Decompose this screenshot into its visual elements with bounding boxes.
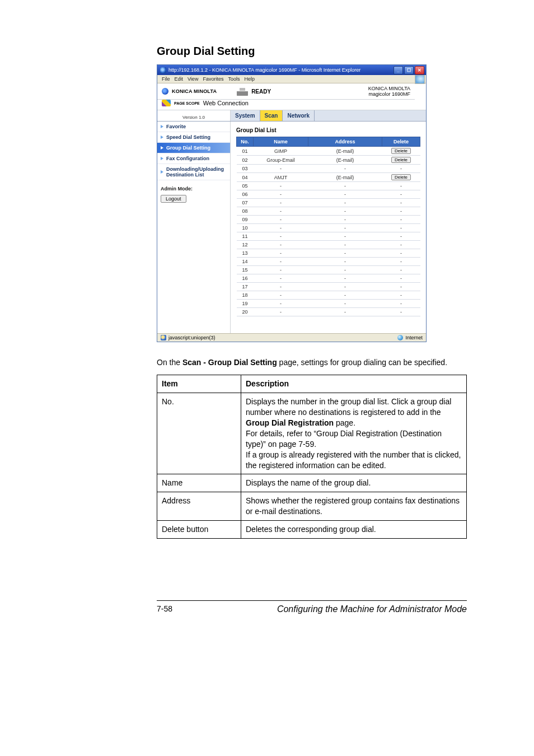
cell-name: - [254,308,308,316]
cell-delete: - [382,232,420,241]
cell-no[interactable]: 15 [237,266,254,274]
table-row: 10--- [237,224,420,232]
menu-file[interactable]: File [161,76,171,82]
cell-no[interactable]: 05 [237,182,254,190]
cell-no[interactable]: 19 [237,300,254,308]
close-button[interactable]: ✕ [415,66,424,74]
cell-no[interactable]: 07 [237,199,254,207]
logout-button[interactable]: Logout [161,195,186,203]
cell-no[interactable]: 11 [237,232,254,241]
cell-no[interactable]: 03 [237,165,254,173]
ie-throbber-icon [415,75,425,84]
cell-address: - [308,283,382,291]
table-row: 05--- [237,182,420,190]
cell-no[interactable]: 09 [237,216,254,224]
cell-no[interactable]: 16 [237,274,254,283]
cell-no[interactable]: 18 [237,291,254,300]
sidebar-item-download-upload[interactable]: Downloading/Uploading Destination List [157,164,230,180]
cell-no[interactable]: 08 [237,207,254,216]
cell-delete: Delete [382,147,420,156]
delete-button[interactable]: Delete [391,174,411,180]
cell-no[interactable]: 06 [237,190,254,199]
cell-delete: Delete [382,156,420,165]
desc-description: Displays the number in the group dial li… [241,393,467,474]
caption-suffix: page, settings for group dialing can be … [277,358,447,367]
desc-description: Deletes the corresponding group dial. [241,521,467,539]
desc-description: Displays the name of the group dial. [241,474,467,492]
cell-address: - [308,241,382,249]
table-row: 11--- [237,232,420,241]
cell-no[interactable]: 13 [237,249,254,258]
menu-view[interactable]: View [186,76,199,82]
table-row: 06--- [237,190,420,199]
header-right-model: magicolor 1690MF [368,91,410,97]
cell-no[interactable]: 17 [237,283,254,291]
cell-no[interactable]: 10 [237,224,254,232]
browser-statusbar: javascript:uniopen(3) Internet [157,333,426,342]
sidebar-item-speed-dial[interactable]: Speed Dial Setting [157,132,230,143]
cell-delete: Delete [382,173,420,182]
sidebar: Favorite Speed Dial Setting Group Dial S… [157,122,231,333]
globe-icon [397,335,403,340]
pagescope-icon [162,100,171,106]
table-row: AddressShows whether the registered grou… [157,492,467,521]
cell-no[interactable]: 01 [237,147,254,156]
sidebar-item-group-dial[interactable]: Group Dial Setting [157,143,230,153]
cell-address: - [308,199,382,207]
cell-no[interactable]: 12 [237,241,254,249]
cell-delete: - [382,182,420,190]
cell-address: - [308,274,382,283]
menu-favorites[interactable]: Favorites [202,76,224,82]
menu-help[interactable]: Help [243,76,256,82]
table-row: 20--- [237,308,420,316]
minimize-button[interactable]: _ [394,66,403,74]
page-number: 7-58 [157,604,172,614]
menu-edit[interactable]: Edit [174,76,185,82]
cell-no[interactable]: 02 [237,156,254,165]
sidebar-item-label: Favorite [166,124,186,129]
tab-system[interactable]: System [231,110,260,121]
sidebar-item-favorite[interactable]: Favorite [157,122,230,132]
cell-name: - [254,190,308,199]
tab-network[interactable]: Network [283,110,314,121]
delete-button[interactable]: Delete [391,148,411,154]
table-row: 04AMJT(E-mail)Delete [237,173,420,182]
cell-address: - [308,266,382,274]
chevron-right-icon [161,170,163,174]
cell-name: - [254,165,308,173]
delete-button[interactable]: Delete [391,157,411,163]
menu-tools[interactable]: Tools [227,76,241,82]
desc-item: Delete button [157,521,241,539]
maximize-button[interactable]: ☐ [404,66,414,74]
cell-no[interactable]: 14 [237,258,254,266]
cell-name: - [254,216,308,224]
table-row: 19--- [237,300,420,308]
desc-item: Address [157,492,241,521]
cell-no[interactable]: 04 [237,173,254,182]
chevron-right-icon [161,125,163,128]
ie-icon [160,67,166,73]
cell-delete: - [382,300,420,308]
table-row: 17--- [237,283,420,291]
sidebar-item-label: Downloading/Uploading Destination List [166,166,227,178]
cell-name: - [254,266,308,274]
cell-no[interactable]: 20 [237,308,254,316]
caption-bold: Scan - Group Dial Setting [182,358,277,367]
desc-item: No. [157,393,241,474]
cell-address: - [308,300,382,308]
tab-scan[interactable]: Scan [260,110,283,121]
table-row: 07--- [237,199,420,207]
page-footer: 7-58 Configuring the Machine for Adminis… [157,600,467,614]
version-label: Version 1.0 [157,110,231,121]
cell-name: - [254,274,308,283]
cell-name: GIMP [254,147,308,156]
header-right-brand: KONICA MINOLTA [368,86,410,91]
col-delete: Delete [382,137,420,147]
table-row: 18--- [237,291,420,300]
brand-text: KONICA MINOLTA [172,88,217,94]
cell-name: - [254,224,308,232]
sidebar-item-fax-config[interactable]: Fax Configuration [157,153,230,164]
browser-window: http://192.168.1.2 - KONICA MINOLTA magi… [157,64,427,342]
admin-mode-label: Admin Mode: [161,186,227,192]
cell-name: - [254,300,308,308]
